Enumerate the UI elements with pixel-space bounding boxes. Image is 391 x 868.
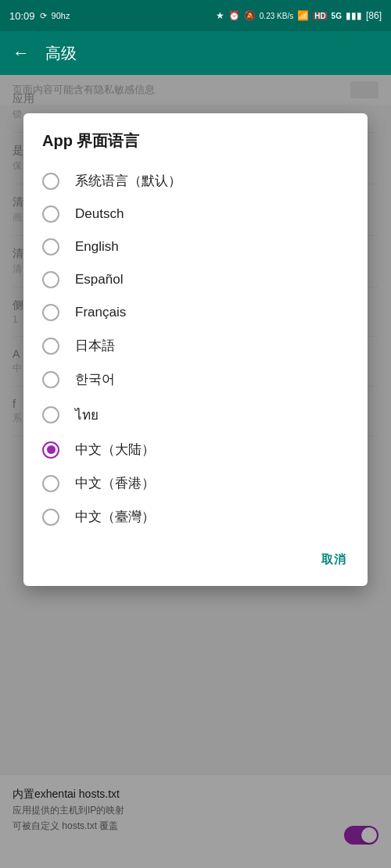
status-bar: 10:09 ⟳ 90hz ★ ⏰ 🔕 0.23 KB/s 📶 HD 5G ▮▮▮… [0,0,391,31]
status-right: ★ ⏰ 🔕 0.23 KB/s 📶 HD 5G ▮▮▮ [86] [216,10,382,21]
status-hz: 90hz [52,11,70,20]
battery-icon: [86] [366,10,382,21]
cancel-button[interactable]: 取消 [312,546,355,573]
language-option-th[interactable]: ไทย [23,396,368,433]
radio-th [42,406,59,423]
back-button[interactable]: ← [13,43,30,63]
language-label-ko: 한국어 [75,370,115,388]
language-dialog: App 界面语言 系统语言（默认）DeutschEnglishEspañolFr… [23,113,368,586]
language-option-zh-cn[interactable]: 中文（大陆） [23,433,368,466]
alarm-icon: ⏰ [228,10,240,21]
language-option-sys[interactable]: 系统语言（默认） [23,164,368,198]
language-label-zh-tw: 中文（臺灣） [75,508,155,526]
bluetooth-icon: ★ [216,10,224,21]
language-option-zh-tw[interactable]: 中文（臺灣） [23,500,368,534]
hd-badge: HD [313,12,327,20]
radio-fr [42,304,59,321]
language-label-es: Español [75,272,123,288]
language-option-es[interactable]: Español [23,263,368,296]
language-label-th: ไทย [75,404,99,425]
status-left: 10:09 ⟳ 90hz [9,10,70,22]
language-option-en[interactable]: English [23,230,368,263]
language-option-ja[interactable]: 日本語 [23,329,368,363]
radio-en [42,238,59,255]
app-bar: ← 高级 [0,31,391,75]
language-option-de[interactable]: Deutsch [23,198,368,230]
wifi-icon: 📶 [297,10,309,21]
radio-inner-zh-cn [47,445,56,454]
language-label-de: Deutsch [75,206,124,222]
language-label-zh-cn: 中文（大陆） [75,441,155,459]
status-refresh-icon: ⟳ [40,11,47,21]
status-time: 10:09 [9,10,35,22]
network-speed: 0.23 KB/s [260,12,293,20]
language-label-en: English [75,239,119,255]
radio-zh-cn [42,441,59,459]
radio-de [42,205,59,223]
radio-ko [42,371,59,388]
dialog-actions: 取消 [23,540,368,586]
radio-zh-tw [42,509,59,526]
radio-sys [42,173,59,190]
radio-ja [42,338,59,355]
language-options-list: 系统语言（默认）DeutschEnglishEspañolFrançais日本語… [23,161,368,540]
dialog-title: App 界面语言 [23,113,368,161]
page-title: 高级 [45,43,77,64]
radio-zh-hk [42,475,59,492]
5g-badge: 5G [332,12,342,20]
language-label-zh-hk: 中文（香港） [75,474,155,492]
language-label-sys: 系统语言（默认） [75,172,181,190]
radio-es [42,271,59,288]
language-option-fr[interactable]: Français [23,296,368,329]
signal-icon: ▮▮▮ [346,10,362,21]
language-option-ko[interactable]: 한국어 [23,363,368,396]
mute-icon: 🔕 [244,10,256,21]
language-label-ja: 日本語 [75,337,115,355]
language-label-fr: Français [75,305,126,320]
language-option-zh-hk[interactable]: 中文（香港） [23,466,368,500]
